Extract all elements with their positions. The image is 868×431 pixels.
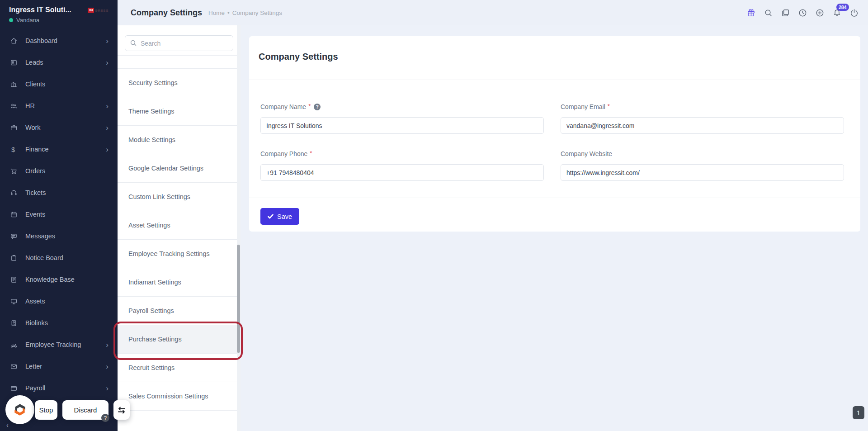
page-number-badge[interactable]: 1 xyxy=(853,406,864,419)
sidebar-item-dashboard[interactable]: Dashboard › xyxy=(0,30,118,52)
company-email-input[interactable] xyxy=(561,117,844,134)
settings-item-purchase[interactable]: Purchase Settings xyxy=(118,325,237,354)
settings-item-asset[interactable]: Asset Settings xyxy=(118,211,237,240)
briefcase-icon xyxy=(10,124,25,132)
company-phone-label: Company Phone * xyxy=(260,149,544,158)
search-icon[interactable] xyxy=(764,8,773,18)
scooter-icon xyxy=(10,341,25,349)
app-sidebar: Ingress IT Soluti... Vandana IN GRESS Da… xyxy=(0,0,118,431)
chevron-right-icon: › xyxy=(106,124,108,132)
required-asterisk: * xyxy=(308,102,311,110)
company-phone-field-group: Company Phone * xyxy=(260,149,544,181)
breadcrumb: Home • Company Settings xyxy=(208,9,282,16)
contact-card-icon xyxy=(10,319,25,327)
breadcrumb-home[interactable]: Home xyxy=(208,9,225,16)
sidebar-item-hr[interactable]: HR › xyxy=(0,95,118,117)
sidebar-item-clients[interactable]: Clients xyxy=(0,73,118,95)
document-icon xyxy=(10,276,25,284)
company-website-field-group: Company Website xyxy=(561,149,844,181)
recorder-swap-button[interactable] xyxy=(113,400,130,420)
sidebar-item-biolinks[interactable]: Biolinks xyxy=(0,312,118,334)
recorder-help-icon[interactable]: ? xyxy=(101,414,109,422)
clock-icon[interactable] xyxy=(798,8,807,18)
top-header: Company Settings Home • Company Settings… xyxy=(118,0,868,25)
dollar-icon: $ xyxy=(10,146,25,153)
settings-item-sales-commission[interactable]: Sales Commission Settings xyxy=(118,382,237,411)
swap-arrows-icon xyxy=(117,405,127,415)
workspace-user: Vandana xyxy=(16,17,39,24)
chevron-right-icon: › xyxy=(106,59,108,66)
settings-item-custom-link[interactable]: Custom Link Settings xyxy=(118,183,237,211)
settings-item-payroll[interactable]: Payroll Settings xyxy=(118,297,237,325)
recorder-logo-icon xyxy=(12,402,28,417)
monitor-icon xyxy=(10,298,25,305)
sidebar-item-knowledge-base[interactable]: Knowledge Base xyxy=(0,269,118,290)
sidebar-item-orders[interactable]: Orders xyxy=(0,160,118,182)
chevron-right-icon: › xyxy=(106,37,108,45)
divider xyxy=(249,80,860,80)
headset-icon xyxy=(10,189,25,197)
required-asterisk: * xyxy=(310,149,312,157)
settings-search-input[interactable] xyxy=(125,35,233,51)
envelope-icon xyxy=(10,363,25,370)
wallet-icon xyxy=(10,384,25,392)
lead-badge-icon xyxy=(10,59,25,66)
chevron-right-icon: › xyxy=(106,102,108,110)
main-content: Company Settings Company Name * ? Compan… xyxy=(241,25,868,431)
workspace-header[interactable]: Ingress IT Soluti... Vandana IN GRESS xyxy=(0,0,118,29)
gift-icon[interactable] xyxy=(746,8,756,18)
breadcrumb-current: Company Settings xyxy=(232,9,282,16)
recorder-collapse-icon[interactable]: ‹ xyxy=(6,422,9,429)
sidebar-item-leads[interactable]: Leads › xyxy=(0,52,118,73)
scrollbar-thumb[interactable] xyxy=(237,245,240,353)
company-email-label: Company Email * xyxy=(561,102,844,111)
breadcrumb-separator: • xyxy=(227,9,230,16)
settings-item-partial xyxy=(118,56,241,69)
company-phone-input[interactable] xyxy=(260,164,544,181)
settings-item-employee-tracking[interactable]: Employee Tracking Settings xyxy=(118,240,237,268)
calendar-icon xyxy=(10,211,25,218)
sidebar-item-finance[interactable]: $ Finance › xyxy=(0,138,118,160)
settings-item-module[interactable]: Module Settings xyxy=(118,126,237,154)
company-website-input[interactable] xyxy=(561,164,844,181)
sidebar-item-work[interactable]: Work › xyxy=(0,117,118,138)
company-name-input[interactable] xyxy=(260,117,544,134)
bell-icon[interactable]: 284 xyxy=(832,8,842,18)
save-button[interactable]: Save xyxy=(260,208,299,225)
sidebar-item-messages[interactable]: Messages xyxy=(0,225,118,247)
settings-item-google-calendar[interactable]: Google Calendar Settings xyxy=(118,154,237,183)
sidebar-item-employee-tracking[interactable]: Employee Tracking › xyxy=(0,334,118,355)
chat-icon xyxy=(10,232,25,240)
settings-item-security[interactable]: Security Settings xyxy=(118,69,237,97)
card-title: Company Settings xyxy=(259,52,338,62)
home-icon xyxy=(10,37,25,45)
check-icon xyxy=(268,213,274,219)
settings-item-indiamart[interactable]: Indiamart Settings xyxy=(118,268,237,297)
header-icons: 284 xyxy=(746,8,868,18)
sidebar-item-assets[interactable]: Assets xyxy=(0,290,118,312)
company-email-field-group: Company Email * xyxy=(561,102,844,134)
settings-item-theme[interactable]: Theme Settings xyxy=(118,97,237,126)
sidebar-item-notice-board[interactable]: Notice Board xyxy=(0,247,118,269)
chevron-right-icon: › xyxy=(106,341,108,349)
sidebar-item-events[interactable]: Events xyxy=(0,204,118,225)
power-icon[interactable] xyxy=(849,8,859,18)
recorder-stop-button[interactable]: Stop xyxy=(35,400,57,420)
company-name-label: Company Name * ? xyxy=(260,102,544,111)
sidebar-item-tickets[interactable]: Tickets xyxy=(0,182,118,204)
settings-search xyxy=(125,35,233,51)
online-status-dot xyxy=(9,18,13,22)
people-icon xyxy=(10,102,25,110)
page-title: Company Settings xyxy=(131,8,202,18)
divider xyxy=(249,198,860,198)
required-asterisk: * xyxy=(608,102,610,110)
plus-circle-icon[interactable] xyxy=(815,8,825,18)
company-settings-card: Company Settings Company Name * ? Compan… xyxy=(249,36,860,232)
recorder-logo-button[interactable] xyxy=(5,395,34,424)
company-logo: IN GRESS xyxy=(88,8,108,13)
sticky-notes-icon[interactable] xyxy=(781,8,790,18)
chevron-right-icon: › xyxy=(106,363,108,370)
settings-item-recruit[interactable]: Recruit Settings xyxy=(118,354,237,382)
sidebar-item-letter[interactable]: Letter › xyxy=(0,355,118,377)
help-icon[interactable]: ? xyxy=(314,104,321,110)
